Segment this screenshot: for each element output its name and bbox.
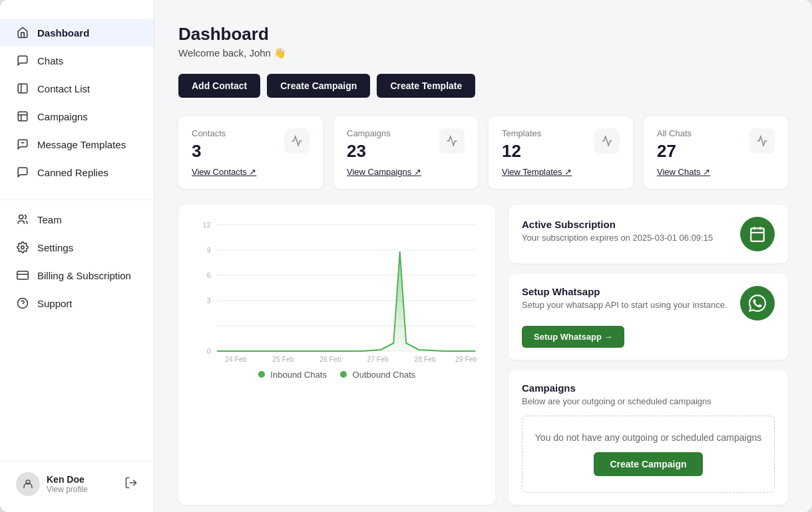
sidebar-item-canned-replies[interactable]: Canned Replies: [0, 158, 154, 186]
templates-label: Templates: [502, 128, 572, 138]
svg-rect-6: [17, 271, 29, 279]
chart-card: 12 9 6 3 0: [178, 205, 495, 505]
campaigns-stat-icon: [439, 128, 465, 154]
action-buttons: Add Contact Create Campaign Create Templ…: [178, 74, 788, 98]
sidebar-item-settings[interactable]: Settings: [0, 233, 154, 261]
svg-rect-29: [751, 228, 764, 241]
all-chats-stat-icon: [749, 128, 775, 154]
page-title: Dashboard: [178, 24, 788, 45]
right-panel: Active Subscription Your subscription ex…: [508, 205, 788, 505]
svg-text:6: 6: [207, 271, 211, 279]
chart-legend: Inbound Chats Outbound Chats: [192, 370, 482, 380]
inbound-dot: [258, 371, 265, 378]
chart-area: 12 9 6 3 0: [192, 218, 482, 364]
campaigns-empty-text: You do not have any outgoing or schedule…: [533, 432, 763, 443]
contacts-stat-icon: [284, 128, 309, 154]
sidebar-item-dashboard[interactable]: Dashboard: [0, 19, 154, 47]
logout-button[interactable]: [124, 476, 138, 492]
sidebar-item-support[interactable]: Support: [0, 289, 154, 317]
main-content: Dashboard Welcome back, John 👋 Add Conta…: [154, 0, 812, 512]
add-contact-button[interactable]: Add Contact: [178, 74, 260, 98]
sidebar: Dashboard Chats Contact List Campaigns: [0, 0, 154, 512]
subscription-card: Active Subscription Your subscription ex…: [508, 205, 788, 263]
svg-rect-0: [18, 84, 27, 93]
sidebar-item-message-templates[interactable]: Message Templates: [0, 130, 154, 158]
sidebar-user-section: Ken Doe View profile: [0, 461, 154, 512]
user-name: Ken Doe: [47, 474, 88, 485]
sidebar-item-team[interactable]: Team: [0, 205, 154, 233]
create-campaign-empty-button[interactable]: Create Campaign: [594, 452, 702, 476]
contacts-value: 3: [192, 141, 256, 162]
campaigns-section-card: Campaigns Below are your outgoing or sch…: [508, 370, 788, 505]
all-chats-value: 27: [657, 141, 710, 162]
sidebar-item-billing[interactable]: Billing & Subscription: [0, 261, 154, 289]
create-campaign-button[interactable]: Create Campaign: [267, 74, 370, 98]
user-profile-section[interactable]: Ken Doe View profile: [16, 472, 88, 496]
stats-row: Contacts 3 View Contacts ↗ Campaigns 23 …: [178, 116, 788, 189]
svg-text:25 Feb: 25 Feb: [272, 355, 294, 363]
campaigns-label: Campaigns: [347, 128, 421, 138]
inbound-legend: Inbound Chats: [258, 370, 327, 380]
sidebar-bottom-nav: Team Settings Billing & Subscription Sup…: [0, 205, 154, 325]
support-icon: [16, 297, 29, 310]
create-template-button[interactable]: Create Template: [377, 74, 475, 98]
svg-text:12: 12: [203, 221, 211, 229]
home-icon: [16, 26, 29, 39]
svg-text:0: 0: [207, 347, 211, 355]
view-templates-link[interactable]: View Templates ↗: [502, 167, 572, 177]
stat-campaigns: Campaigns 23 View Campaigns ↗: [333, 116, 478, 189]
view-profile-link[interactable]: View profile: [47, 485, 88, 494]
sidebar-item-chats[interactable]: Chats: [0, 47, 154, 74]
templates-value: 12: [502, 141, 572, 162]
campaigns-section-subtitle: Below are your outgoing or scheduled cam…: [522, 396, 775, 406]
svg-text:28 Feb: 28 Feb: [414, 355, 435, 363]
avatar: [16, 472, 40, 496]
outbound-dot: [340, 371, 347, 378]
svg-text:9: 9: [207, 246, 211, 254]
svg-text:26 Feb: 26 Feb: [319, 355, 341, 363]
campaigns-section-title: Campaigns: [522, 382, 775, 394]
stat-templates: Templates 12 View Templates ↗: [489, 116, 633, 189]
stat-contacts: Contacts 3 View Contacts ↗: [178, 116, 323, 189]
view-contacts-link[interactable]: View Contacts ↗: [192, 167, 256, 177]
all-chats-label: All Chats: [657, 128, 710, 138]
bottom-grid: 12 9 6 3 0: [178, 205, 788, 505]
team-icon: [16, 213, 29, 226]
templates-stat-icon: [594, 128, 620, 154]
welcome-text: Welcome back, John 👋: [178, 47, 788, 59]
sidebar-item-contact-list[interactable]: Contact List: [0, 74, 154, 102]
whatsapp-subtitle: Setup your whatsapp API to start using y…: [522, 300, 727, 310]
campaigns-icon: [16, 110, 29, 123]
setup-whatsapp-button[interactable]: Setup Whatsapp →: [522, 326, 624, 348]
subscription-icon: [740, 217, 775, 251]
sidebar-item-campaigns[interactable]: Campaigns: [0, 102, 154, 130]
whatsapp-card: Setup Whatsapp Setup your whatsapp API t…: [508, 274, 788, 360]
view-chats-link[interactable]: View Chats ↗: [657, 167, 710, 177]
settings-icon: [16, 241, 29, 254]
svg-rect-2: [18, 112, 27, 121]
campaigns-empty-state: You do not have any outgoing or schedule…: [522, 416, 775, 493]
svg-point-5: [21, 246, 25, 249]
subscription-title: Active Subscription: [522, 219, 713, 230]
sidebar-main-nav: Dashboard Chats Contact List Campaigns: [0, 19, 154, 194]
subscription-subtitle: Your subscription expires on 2025-03-01 …: [522, 233, 713, 243]
whatsapp-icon: [740, 286, 775, 320]
svg-text:24 Feb: 24 Feb: [225, 355, 246, 363]
svg-point-4: [19, 215, 23, 219]
outbound-legend: Outbound Chats: [340, 370, 415, 380]
contacts-icon: [16, 82, 29, 95]
chart-svg: 12 9 6 3 0: [192, 218, 482, 364]
whatsapp-title: Setup Whatsapp: [522, 286, 727, 297]
svg-text:27 Feb: 27 Feb: [367, 355, 388, 363]
billing-icon: [16, 269, 29, 282]
view-campaigns-link[interactable]: View Campaigns ↗: [347, 167, 421, 177]
canned-icon: [16, 166, 29, 179]
contacts-label: Contacts: [192, 128, 256, 138]
svg-text:29 Feb: 29 Feb: [455, 355, 477, 363]
templates-icon: [16, 138, 29, 151]
svg-text:3: 3: [207, 297, 211, 305]
stat-all-chats: All Chats 27 View Chats ↗: [644, 116, 788, 189]
sidebar-divider: [0, 199, 154, 200]
chat-icon: [16, 54, 29, 67]
campaigns-value: 23: [347, 141, 421, 162]
